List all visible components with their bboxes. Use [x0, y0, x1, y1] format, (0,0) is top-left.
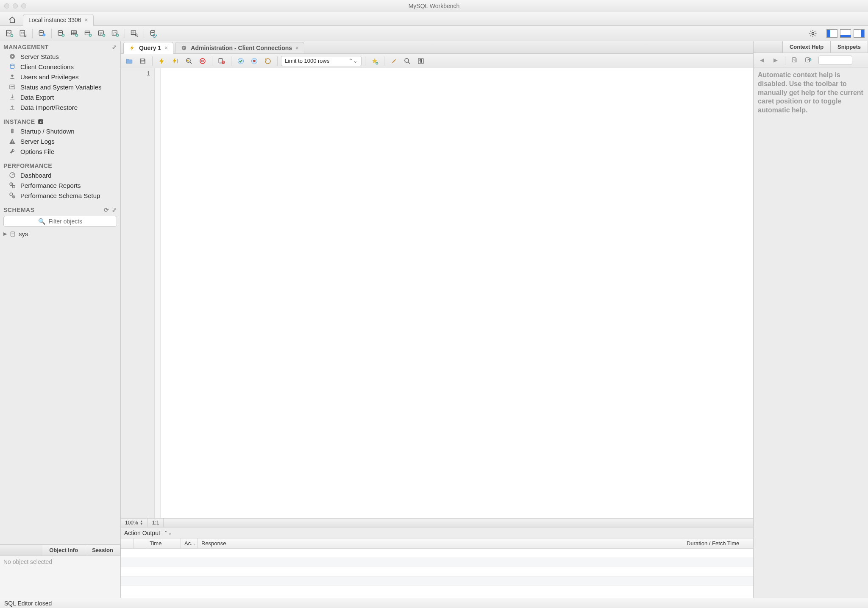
- execute-current-button[interactable]: [170, 56, 181, 67]
- star-icon: [371, 57, 378, 65]
- open-sql-file-button[interactable]: SQL: [17, 28, 29, 39]
- close-icon[interactable]: ×: [295, 45, 299, 51]
- help-search-input[interactable]: [818, 56, 852, 65]
- help-back-button[interactable]: ◀: [756, 55, 768, 66]
- chevron-updown-icon[interactable]: ⌃⌄: [164, 530, 172, 536]
- col-duration[interactable]: Duration / Fetch Time: [683, 538, 753, 548]
- new-view-button[interactable]: [82, 28, 94, 39]
- user-icon: [8, 73, 16, 81]
- nav-options-file[interactable]: Options File: [0, 146, 120, 156]
- schema-filter-input[interactable]: [3, 216, 117, 227]
- beautify-sql-button[interactable]: [388, 56, 400, 67]
- help-forward-button[interactable]: ▶: [770, 55, 782, 66]
- table-row[interactable]: [121, 558, 753, 567]
- row-limit-label: Limit to 1000 rows: [285, 58, 330, 64]
- new-table-button[interactable]: [69, 28, 81, 39]
- code-area[interactable]: [161, 68, 753, 518]
- execute-button[interactable]: [156, 56, 168, 67]
- nav-performance-schema-setup[interactable]: Performance Schema Setup: [0, 190, 120, 201]
- stop-button[interactable]: [197, 56, 209, 67]
- search-icon: [403, 57, 411, 65]
- nav-data-import[interactable]: Data Import/Restore: [0, 102, 120, 112]
- explain-button[interactable]: [183, 56, 195, 67]
- folder-icon: [125, 57, 134, 65]
- col-time[interactable]: Time: [146, 538, 181, 548]
- nav-status-variables[interactable]: Status and System Variables: [0, 82, 120, 92]
- open-file-button[interactable]: [123, 56, 135, 67]
- triangle-right-icon: ▶: [773, 57, 778, 63]
- toggle-left-panel-button[interactable]: [826, 29, 837, 38]
- expand-icon[interactable]: ⤢: [112, 206, 117, 213]
- close-icon[interactable]: ×: [164, 45, 168, 51]
- nav-startup-shutdown[interactable]: Startup / Shutdown: [0, 126, 120, 136]
- tab-context-help[interactable]: Context Help: [783, 41, 831, 53]
- new-schema-button[interactable]: [55, 28, 67, 39]
- toggle-whitespace-button[interactable]: [415, 56, 427, 67]
- svg-text:?: ?: [793, 58, 795, 62]
- col-index[interactable]: [134, 538, 146, 548]
- inspector-button[interactable]: i: [36, 28, 48, 39]
- search-table-data-button[interactable]: [128, 28, 140, 39]
- nav-performance-reports[interactable]: Performance Reports: [0, 180, 120, 190]
- output-type-label[interactable]: Action Output: [124, 530, 160, 536]
- chevron-updown-icon: ⌃⌄: [348, 58, 358, 64]
- col-action[interactable]: Ac...: [181, 538, 198, 548]
- code-margin: [155, 68, 161, 518]
- nav-server-status[interactable]: Server Status: [0, 51, 120, 61]
- zoom-stepper[interactable]: ▲▼: [140, 520, 143, 525]
- sql-editor[interactable]: 1: [121, 68, 753, 518]
- toggle-right-panel-button[interactable]: [854, 29, 865, 38]
- nav-client-connections[interactable]: Client Connections: [0, 61, 120, 72]
- nav-dashboard[interactable]: Dashboard: [0, 170, 120, 180]
- sidebar-info-tabs: Object Info Session: [0, 544, 120, 555]
- close-icon[interactable]: ×: [85, 17, 88, 23]
- nav-label: Client Connections: [20, 63, 74, 70]
- tab-session[interactable]: Session: [85, 545, 120, 555]
- minimize-window-button[interactable]: [13, 3, 18, 8]
- expand-icon[interactable]: ⤢: [112, 44, 117, 50]
- toggle-bottom-panel-button[interactable]: [840, 29, 851, 38]
- preferences-button[interactable]: [807, 28, 819, 39]
- close-window-button[interactable]: [4, 3, 9, 8]
- col-response[interactable]: Response: [198, 538, 683, 548]
- wrench-icon: [8, 148, 16, 155]
- new-procedure-button[interactable]: [96, 28, 108, 39]
- table-row[interactable]: [121, 567, 753, 577]
- svg-point-50: [405, 59, 409, 62]
- editor-tab-query1[interactable]: Query 1 ×: [123, 42, 173, 54]
- svg-point-25: [11, 75, 13, 77]
- find-button[interactable]: [401, 56, 413, 67]
- zoom-window-button[interactable]: [21, 3, 26, 8]
- nav-label: Data Import/Restore: [20, 104, 78, 111]
- nav-data-export[interactable]: Data Export: [0, 92, 120, 102]
- zoom-cell[interactable]: 100% ▲▼: [121, 519, 148, 527]
- table-row[interactable]: [121, 549, 753, 558]
- auto-help-button[interactable]: ?: [802, 55, 814, 66]
- home-tab[interactable]: [3, 14, 21, 25]
- new-function-button[interactable]: ƒ(): [109, 28, 121, 39]
- svg-rect-32: [12, 141, 12, 142]
- tab-snippets[interactable]: Snippets: [831, 41, 868, 53]
- save-file-button[interactable]: [137, 56, 149, 67]
- table-row[interactable]: [121, 577, 753, 586]
- schema-item-sys[interactable]: ▶ sys: [3, 230, 117, 237]
- connection-tab[interactable]: Local instance 3306 ×: [23, 14, 94, 26]
- beautify-button[interactable]: [369, 56, 381, 67]
- nav-server-logs[interactable]: Server Logs: [0, 136, 120, 146]
- manual-help-button[interactable]: ?: [789, 55, 801, 66]
- reconnect-button[interactable]: [147, 28, 159, 39]
- table-row[interactable]: [121, 586, 753, 595]
- new-sql-tab-button[interactable]: SQL: [3, 28, 15, 39]
- rollback-button[interactable]: [248, 56, 260, 67]
- col-status[interactable]: [121, 538, 134, 548]
- commit-button[interactable]: [235, 56, 247, 67]
- nav-users-privileges[interactable]: Users and Privileges: [0, 72, 120, 82]
- disclosure-triangle-icon[interactable]: ▶: [3, 231, 7, 237]
- refresh-icon[interactable]: ⟳: [104, 206, 109, 213]
- editor-tab-admin-connections[interactable]: Administration - Client Connections ×: [175, 42, 304, 54]
- output-rows: [121, 549, 753, 598]
- autocommit-button[interactable]: [262, 56, 274, 67]
- tab-object-info[interactable]: Object Info: [42, 545, 85, 555]
- toggle-stop-on-error-button[interactable]: [216, 56, 228, 67]
- row-limit-select[interactable]: Limit to 1000 rows ⌃⌄: [281, 56, 362, 66]
